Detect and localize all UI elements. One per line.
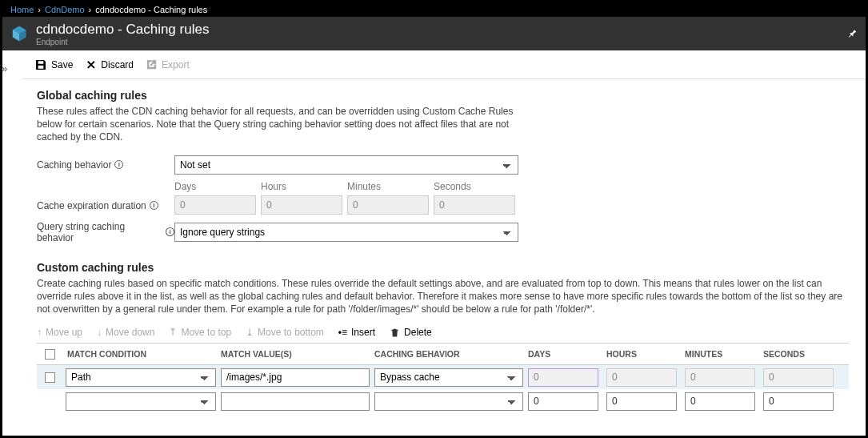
- row-hours-input: [606, 368, 677, 387]
- seconds-header: Seconds: [434, 181, 515, 195]
- insert-icon: •≡: [338, 327, 347, 338]
- col-seconds: SECONDS: [763, 349, 842, 359]
- trash-icon: [390, 327, 400, 338]
- expand-sidebar-icon[interactable]: »: [2, 62, 13, 74]
- titlebar: cdndocdemo - Caching rules Endpoint: [2, 17, 866, 50]
- save-icon: [34, 58, 47, 71]
- col-days: DAYS: [528, 349, 606, 359]
- row-minutes-input: [685, 368, 755, 387]
- match-condition-select[interactable]: Path: [66, 368, 216, 387]
- custom-rules-desc: Create caching rules based on specific m…: [37, 277, 849, 316]
- match-condition-select[interactable]: [66, 392, 216, 411]
- table-header: MATCH CONDITION MATCH VALUE(S) CACHING B…: [37, 343, 849, 365]
- col-minutes: MINUTES: [685, 349, 763, 359]
- custom-rules-heading: Custom caching rules: [37, 261, 849, 274]
- breadcrumb-profile[interactable]: CdnDemo: [45, 5, 85, 14]
- move-up-button[interactable]: ↑Move up: [37, 327, 82, 338]
- page-subtitle: Endpoint: [36, 38, 846, 46]
- move-bottom-button[interactable]: ⤓Move to bottom: [246, 327, 324, 338]
- save-button[interactable]: Save: [34, 58, 73, 71]
- row-days-input: [528, 368, 598, 387]
- global-rules-desc: These rules affect the CDN caching behav…: [37, 105, 533, 144]
- endpoint-icon: [10, 25, 28, 42]
- rules-table: MATCH CONDITION MATCH VALUE(S) CACHING B…: [37, 343, 849, 413]
- export-icon: [146, 58, 158, 70]
- select-all-checkbox[interactable]: [45, 349, 55, 360]
- match-value-input[interactable]: [221, 392, 370, 411]
- query-string-label: Query string caching behavior i: [37, 221, 174, 243]
- arrow-bottom-icon: ⤓: [246, 327, 254, 338]
- seconds-input: [434, 195, 515, 215]
- rules-toolbar: ↑Move up ↓Move down ⤒Move to top ⤓Move t…: [37, 327, 849, 338]
- minutes-input: [347, 195, 429, 215]
- breadcrumb-sep: ›: [89, 5, 92, 14]
- row-hours-input[interactable]: [606, 392, 677, 411]
- col-caching-behavior: CACHING BEHAVIOR: [374, 349, 528, 359]
- info-icon[interactable]: i: [114, 160, 123, 169]
- row-seconds-input: [763, 368, 834, 387]
- info-icon[interactable]: i: [150, 201, 158, 210]
- col-match-condition: MATCH CONDITION: [62, 349, 221, 359]
- arrow-down-icon: ↓: [97, 327, 102, 338]
- breadcrumb-current: cdndocdemo - Caching rules: [95, 5, 207, 14]
- row-minutes-input[interactable]: [685, 392, 755, 411]
- days-input: [174, 195, 256, 215]
- breadcrumb-sep: ›: [38, 5, 41, 14]
- table-row: Path Bypass cache: [37, 365, 849, 389]
- discard-label: Discard: [101, 59, 134, 70]
- query-string-select[interactable]: Ignore query strings: [174, 223, 518, 242]
- row-seconds-input[interactable]: [763, 392, 834, 411]
- discard-icon: [85, 58, 97, 70]
- move-top-button[interactable]: ⤒Move to top: [169, 327, 231, 338]
- row-caching-behavior-select[interactable]: [374, 392, 523, 411]
- match-value-input[interactable]: [221, 368, 370, 387]
- caching-behavior-select[interactable]: Not set: [174, 155, 518, 175]
- minutes-header: Minutes: [347, 181, 429, 195]
- discard-button[interactable]: Discard: [85, 58, 134, 70]
- hours-header: Hours: [261, 181, 342, 195]
- breadcrumb-home[interactable]: Home: [10, 5, 34, 14]
- move-down-button[interactable]: ↓Move down: [97, 327, 154, 338]
- pin-icon[interactable]: [846, 28, 858, 39]
- cache-expiration-label: Cache expiration duration i: [37, 200, 174, 215]
- hours-input: [261, 195, 342, 215]
- col-match-values: MATCH VALUE(S): [221, 349, 374, 359]
- insert-button[interactable]: •≡Insert: [338, 327, 375, 338]
- arrow-top-icon: ⤒: [169, 327, 177, 338]
- global-rules-heading: Global caching rules: [37, 89, 849, 102]
- table-row: [37, 389, 849, 413]
- row-caching-behavior-select[interactable]: Bypass cache: [374, 368, 523, 387]
- days-header: Days: [174, 181, 256, 195]
- save-label: Save: [51, 59, 73, 70]
- row-days-input[interactable]: [528, 392, 598, 411]
- arrow-up-icon: ↑: [37, 327, 42, 338]
- export-button[interactable]: Export: [146, 58, 190, 70]
- row-checkbox[interactable]: [45, 372, 55, 383]
- breadcrumb: Home › CdnDemo › cdndocdemo - Caching ru…: [2, 2, 866, 17]
- info-icon[interactable]: i: [166, 227, 174, 236]
- command-bar: Save Discard Export: [22, 50, 866, 79]
- page-title: cdndocdemo - Caching rules: [36, 22, 846, 38]
- caching-behavior-label: Caching behavior i: [37, 159, 174, 171]
- col-hours: HOURS: [606, 349, 685, 359]
- export-label: Export: [162, 59, 190, 70]
- delete-button[interactable]: Delete: [390, 327, 432, 338]
